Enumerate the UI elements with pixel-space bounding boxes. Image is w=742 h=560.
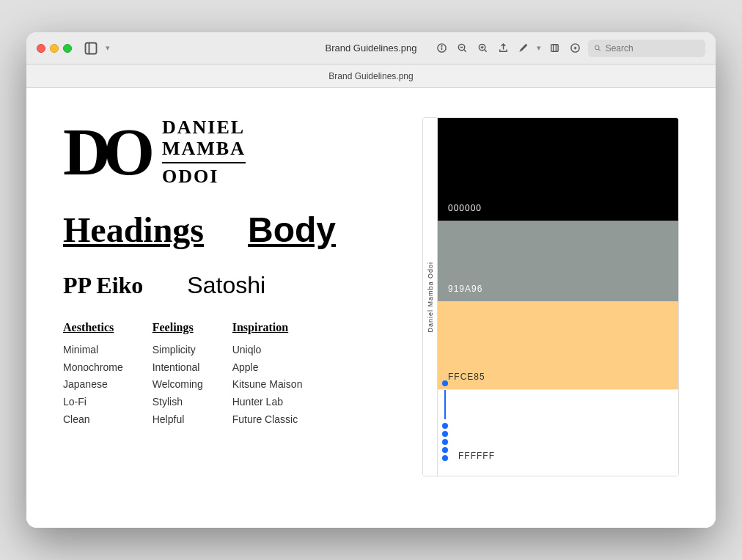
titlebar-right: ▾ (434, 40, 705, 57)
edit-icon[interactable] (516, 41, 531, 56)
logo-line3: ODOI (162, 166, 218, 187)
svg-point-4 (441, 45, 442, 46)
inspiration-item-2: Apple (232, 359, 259, 377)
heading-font-name: PP Eiko (63, 272, 143, 299)
feelings-item-2: Intentional (153, 359, 200, 377)
titlebar-controls: ▾ (84, 41, 110, 56)
inspiration-title: Inspiration (232, 321, 288, 334)
logo-line2: MAMBA (162, 138, 246, 159)
window-title: Brand Guidelines.png (325, 43, 416, 54)
inspiration-item-5: Future Classic (232, 411, 298, 429)
svg-line-15 (598, 49, 600, 51)
brand-name-vertical: Daniel Mamba Odoi (427, 262, 434, 333)
left-panel: DO DANIEL MAMBA ODOI Headings Body PP Ei… (63, 117, 393, 498)
feelings-category: Feelings Simplicity Intentional Welcomin… (153, 321, 203, 429)
logo-divider (162, 162, 246, 163)
logo-mark: DO (63, 119, 147, 185)
minimize-button[interactable] (50, 44, 59, 53)
main-content: DO DANIEL MAMBA ODOI Headings Body PP Ei… (26, 88, 716, 528)
right-panel: Daniel Mamba Odoi 000000 919A96 FFCE85 (422, 117, 679, 498)
inspiration-category: Inspiration Uniqlo Apple Kitsune Maison … (232, 321, 303, 429)
search-box[interactable] (588, 40, 705, 57)
traffic-lights (37, 44, 72, 53)
logo-text: DANIEL MAMBA ODOI (162, 117, 246, 188)
blue-dot-2 (442, 423, 448, 429)
categories: Aesthetics Minimal Monochrome Japanese L… (63, 321, 393, 429)
search-icon (594, 44, 602, 53)
swatch-gray: 919A96 (438, 221, 678, 301)
sidebar-toggle-icon[interactable] (84, 41, 98, 56)
swatch-yellow: FFCE85 (438, 301, 678, 389)
swatch-black-label: 000000 (448, 203, 482, 213)
tab-filename: Brand Guidelines.png (328, 71, 413, 81)
blue-dot-1 (442, 380, 448, 386)
svg-line-11 (484, 50, 486, 52)
aesthetics-item-5: Clean (63, 411, 90, 429)
annotate-icon[interactable] (567, 41, 582, 56)
close-button[interactable] (37, 44, 45, 53)
titlebar: ▾ Brand Guidelines.png (26, 32, 716, 65)
blue-dot-4 (442, 439, 448, 445)
inspiration-item-1: Uniqlo (232, 342, 262, 359)
blue-dots-decoration (438, 380, 452, 461)
aesthetics-item-1: Minimal (63, 342, 98, 359)
inspiration-item-4: Hunter Lab (232, 394, 283, 411)
logo-area: DO DANIEL MAMBA ODOI (63, 117, 393, 188)
swatch-white-label: FFFFFF (458, 451, 495, 461)
window-resize-icon[interactable] (547, 41, 562, 56)
feelings-title: Feelings (153, 321, 194, 334)
zoom-in-icon[interactable] (475, 41, 490, 56)
chevron-down-icon[interactable]: ▾ (106, 43, 110, 53)
feelings-item-1: Simplicity (153, 342, 196, 359)
svg-rect-0 (86, 43, 97, 54)
color-card: Daniel Mamba Odoi 000000 919A96 FFCE85 (422, 117, 679, 476)
inspiration-item-3: Kitsune Maison (232, 376, 303, 394)
body-font-name: Satoshi (187, 272, 265, 299)
feelings-item-4: Stylish (153, 394, 183, 411)
feelings-item-3: Welcoming (153, 376, 203, 394)
logo-line1: DANIEL (162, 117, 245, 138)
color-card-sidebar: Daniel Mamba Odoi (423, 118, 438, 476)
typography-labels: Headings Body (63, 210, 393, 250)
svg-rect-12 (551, 45, 557, 51)
blue-dot-3 (442, 431, 448, 437)
body-label: Body (248, 210, 336, 250)
svg-line-7 (463, 50, 466, 52)
search-input[interactable] (606, 43, 699, 54)
aesthetics-item-4: Lo-Fi (63, 394, 87, 411)
aesthetics-item-2: Monochrome (63, 359, 123, 377)
color-swatches: 000000 919A96 FFCE85 FFFFFF (438, 118, 678, 476)
zoom-out-icon[interactable] (455, 41, 469, 56)
fullscreen-button[interactable] (63, 44, 72, 53)
tabbar: Brand Guidelines.png (26, 65, 716, 88)
edit-chevron-icon[interactable]: ▾ (537, 43, 541, 53)
aesthetics-item-3: Japanese (63, 376, 108, 394)
swatch-yellow-label: FFCE85 (448, 372, 485, 382)
aesthetics-category: Aesthetics Minimal Monochrome Japanese L… (63, 321, 123, 429)
svg-point-14 (595, 45, 599, 49)
share-icon[interactable] (496, 41, 510, 56)
blue-line (444, 390, 446, 419)
heading-label: Headings (63, 210, 204, 250)
feelings-item-5: Helpful (153, 411, 185, 429)
swatch-black: 000000 (438, 118, 678, 221)
swatch-gray-label: 919A96 (448, 284, 482, 294)
blue-dot-6 (442, 455, 448, 461)
aesthetics-title: Aesthetics (63, 321, 114, 334)
info-icon[interactable] (434, 41, 449, 56)
font-names: PP Eiko Satoshi (63, 272, 393, 299)
app-window: ▾ Brand Guidelines.png (26, 32, 716, 528)
swatch-white: FFFFFF (438, 389, 678, 476)
blue-dot-5 (442, 447, 448, 453)
